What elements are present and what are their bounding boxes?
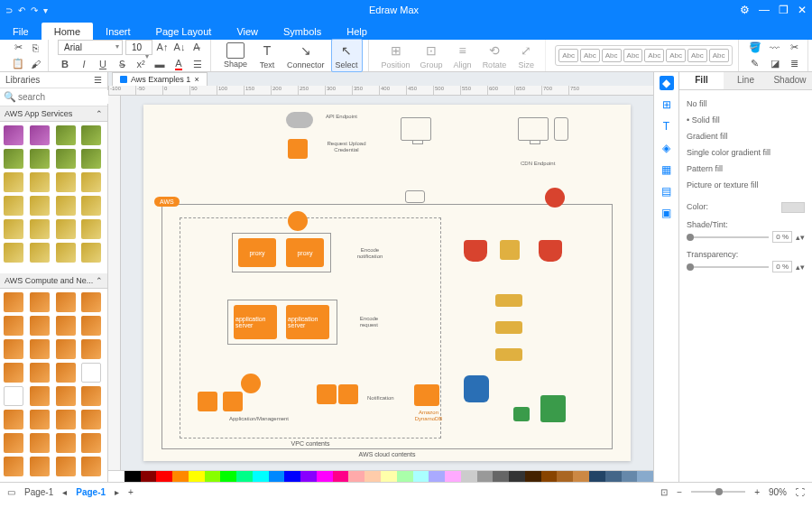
node-bucket-2[interactable]: [539, 240, 562, 262]
shape-stencil[interactable]: [30, 363, 50, 383]
font-name-select[interactable]: Arial: [58, 40, 123, 55]
shape-stencil[interactable]: [4, 196, 23, 216]
opt-texture-fill[interactable]: Picture or texture fill: [687, 177, 805, 193]
text-panel-icon[interactable]: T: [660, 119, 674, 134]
transparency-slider[interactable]: 0 %▴▾: [687, 261, 805, 272]
node-cdn-endpoint[interactable]: [518, 117, 549, 141]
node-docs-4[interactable]: [338, 384, 358, 404]
copy-icon[interactable]: ⎘: [28, 41, 42, 55]
qat-save-icon[interactable]: ▾: [43, 5, 48, 15]
shape-stencil[interactable]: [81, 125, 101, 145]
menu-symbols[interactable]: Symbols: [271, 23, 334, 40]
line-style-icon[interactable]: 〰: [768, 41, 782, 55]
font-color-icon[interactable]: A: [171, 57, 186, 71]
bold-icon[interactable]: B: [58, 57, 72, 71]
node-docs-3[interactable]: [317, 384, 337, 404]
shape-stencil[interactable]: [81, 316, 101, 336]
node-cloud[interactable]: [286, 112, 313, 128]
node-stack-1[interactable]: [495, 294, 522, 307]
diagram-page[interactable]: AWS cloud contents VPC contents AWS API …: [143, 105, 631, 461]
zoom-level[interactable]: 90%: [769, 487, 787, 497]
properties-panel-icon[interactable]: ▤: [660, 184, 674, 198]
color-swatch[interactable]: [781, 202, 805, 213]
appserver-group-box[interactable]: [227, 300, 337, 345]
position-tool[interactable]: ⊞Position: [378, 40, 414, 71]
page-next-icon[interactable]: ▸: [115, 487, 119, 497]
opt-gradient-fill[interactable]: Gradient fill: [687, 128, 805, 144]
settings-icon[interactable]: ⚙: [740, 4, 750, 16]
highlight-icon[interactable]: ▬: [152, 57, 167, 71]
shape-stencil[interactable]: [56, 196, 76, 216]
node-mobile[interactable]: [554, 117, 568, 141]
shape-tool[interactable]: Shape: [220, 41, 251, 70]
shape-stencil[interactable]: [30, 386, 50, 406]
shape-stencil[interactable]: [4, 292, 23, 312]
tab-shadow[interactable]: Shadow: [768, 72, 812, 89]
canvas[interactable]: AWS cloud contents VPC contents AWS API …: [121, 96, 653, 470]
maximize-button[interactable]: ❐: [779, 4, 789, 16]
shade-slider[interactable]: 0 %▴▾: [687, 231, 805, 243]
menu-page-layout[interactable]: Page Layout: [143, 23, 225, 40]
connector-tool[interactable]: ↘Connector: [283, 40, 328, 71]
shape-stencil[interactable]: [30, 149, 50, 169]
shape-stencil[interactable]: [81, 172, 101, 192]
shape-stencil[interactable]: [4, 363, 23, 383]
size-tool[interactable]: ⤢Size: [512, 40, 540, 71]
shape-stencil[interactable]: [4, 433, 23, 453]
node-api-endpoint[interactable]: [401, 117, 431, 141]
node-green-1[interactable]: [513, 407, 530, 421]
shape-stencil[interactable]: [81, 196, 101, 216]
page-prev-icon[interactable]: ◂: [62, 487, 67, 497]
node-database[interactable]: [464, 375, 489, 402]
shadow-icon[interactable]: ◪: [768, 57, 782, 71]
opt-no-fill[interactable]: No fill: [687, 96, 805, 112]
align-tool[interactable]: ≡Align: [449, 40, 476, 71]
fullscreen-icon[interactable]: ⛶: [796, 487, 805, 497]
paste-icon[interactable]: 📋: [11, 57, 25, 71]
page-tab[interactable]: Page-1: [76, 487, 106, 497]
font-size-select[interactable]: 10: [125, 40, 152, 55]
image-panel-icon[interactable]: ▣: [660, 206, 674, 220]
shape-stencil[interactable]: [56, 125, 76, 145]
libraries-menu-icon[interactable]: ☰: [94, 75, 102, 85]
shape-stencil[interactable]: [30, 316, 50, 336]
grid-panel-icon[interactable]: ⊞: [660, 97, 674, 112]
opt-pattern-fill[interactable]: Pattern fill: [687, 161, 805, 177]
shape-stencil[interactable]: [30, 196, 50, 216]
shape-stencil[interactable]: [56, 316, 76, 336]
shape-stencil[interactable]: [56, 386, 76, 406]
italic-icon[interactable]: I: [77, 57, 91, 71]
doc-tab-1[interactable]: Aws Examples 1 ×: [112, 72, 208, 86]
select-tool[interactable]: ↖Select: [331, 39, 363, 72]
shape-stencil[interactable]: [56, 363, 76, 383]
tab-close-icon[interactable]: ×: [194, 75, 198, 84]
node-router[interactable]: [288, 211, 308, 231]
shape-stencil[interactable]: [56, 219, 76, 239]
page-view-icon[interactable]: ▭: [7, 487, 15, 497]
shape-stencil[interactable]: [56, 339, 76, 359]
grow-font-icon[interactable]: A↑: [155, 40, 170, 54]
proxy-group-box[interactable]: [232, 233, 331, 272]
node-docs-2[interactable]: [223, 392, 243, 411]
tab-fill[interactable]: Fill: [679, 72, 724, 89]
node-download[interactable]: [545, 188, 565, 208]
fit-page-icon[interactable]: ⊡: [660, 487, 668, 497]
add-page-button[interactable]: +: [128, 487, 134, 497]
shape-stencil[interactable]: [81, 149, 101, 169]
aws-badge[interactable]: AWS: [154, 197, 180, 207]
pen-icon[interactable]: ✎: [748, 57, 762, 71]
redo-icon[interactable]: ↷: [31, 5, 38, 15]
shape-stencil[interactable]: [30, 219, 50, 239]
page-indicator[interactable]: Page-1: [24, 487, 53, 497]
shape-stencil[interactable]: [81, 219, 101, 239]
shape-stencil[interactable]: [30, 433, 50, 453]
cut-icon[interactable]: ✂: [11, 41, 25, 55]
layers-icon[interactable]: ≣: [788, 57, 802, 71]
text-tool[interactable]: TText: [254, 40, 281, 71]
shape-stencil[interactable]: [56, 457, 76, 476]
category-aws-app-services[interactable]: AWS App Services⌃: [0, 106, 107, 122]
shape-stencil[interactable]: [81, 433, 101, 453]
category-aws-compute[interactable]: AWS Compute and Ne...⌃: [0, 273, 107, 289]
clear-format-icon[interactable]: A̶: [189, 40, 204, 54]
opt-solid-fill[interactable]: • Solid fill: [687, 112, 805, 128]
